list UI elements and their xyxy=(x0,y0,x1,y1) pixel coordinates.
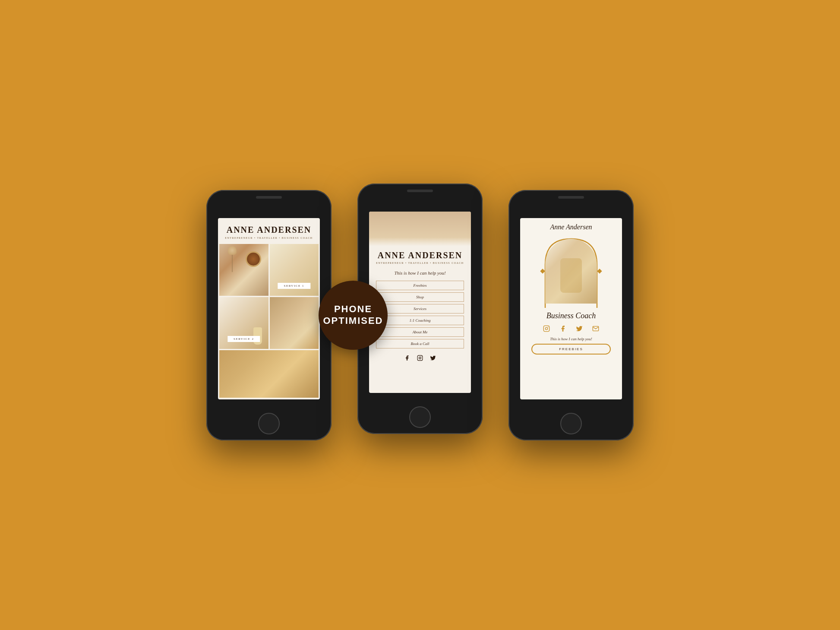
phone-left: ANNE ANDERSEN ENTREPRENEUR • TRAVELLER •… xyxy=(206,190,332,440)
diamond-right xyxy=(597,269,602,273)
scene: ANNE ANDERSEN ENTREPRENEUR • TRAVELLER •… xyxy=(206,190,634,440)
phone-right-name: Anne Andersen xyxy=(527,223,615,231)
facebook-icon xyxy=(404,355,411,361)
service-1-image xyxy=(219,244,268,296)
phone-right-social xyxy=(527,324,615,333)
email-icon-right xyxy=(591,324,600,333)
service-2-image: SERVICE 2 xyxy=(219,297,268,349)
phone-right-screen: Anne Andersen xyxy=(520,218,622,399)
service-2-label: SERVICE 2 xyxy=(227,336,260,342)
phone-left-header: ANNE ANDERSEN ENTREPRENEUR • TRAVELLER •… xyxy=(218,218,320,243)
badge-line2: OPTIMISED xyxy=(323,315,383,326)
svg-point-1 xyxy=(419,357,421,359)
svg-point-2 xyxy=(421,356,422,357)
services-grid: SERVICE 1 SERVICE 2 xyxy=(218,243,320,399)
svg-point-4 xyxy=(545,327,547,329)
phone-center-tagline: This is how I can help you! xyxy=(376,270,464,275)
phone-right: Anne Andersen xyxy=(508,190,634,440)
service-1-label: SERVICE 1 xyxy=(278,283,310,289)
phone-optimised-badge: PHONE OPTIMISED xyxy=(319,281,388,350)
menu-book-call[interactable]: Book a Call xyxy=(376,339,464,348)
coffee-decoration xyxy=(247,253,260,266)
pampas-decoration xyxy=(224,246,241,272)
phone-right-content: Anne Andersen xyxy=(520,218,622,360)
svg-point-5 xyxy=(548,326,549,327)
phone-left-name: ANNE ANDERSEN xyxy=(223,225,315,235)
instagram-icon xyxy=(417,355,423,361)
svg-rect-0 xyxy=(417,355,423,361)
phone-left-screen: ANNE ANDERSEN ENTREPRENEUR • TRAVELLER •… xyxy=(218,218,320,399)
instagram-icon-right xyxy=(542,324,551,333)
phone-center-subtitle: ENTREPRENEUR • TRAVELLER • BUSINESS COAC… xyxy=(376,262,464,264)
phone-center-name: ANNE ANDERSEN xyxy=(376,250,464,260)
menu-services[interactable]: Services xyxy=(376,304,464,313)
phone-center-top-image xyxy=(369,212,471,246)
phone-right-title: Business Coach xyxy=(527,311,615,320)
menu-shop[interactable]: Shop xyxy=(376,292,464,302)
service-1-label-cell: SERVICE 1 xyxy=(270,244,319,296)
twitter-icon xyxy=(429,355,436,361)
twitter-icon-right xyxy=(575,324,584,333)
menu-about[interactable]: About Me xyxy=(376,327,464,337)
phone-center-social xyxy=(369,355,471,365)
diamond-decorations xyxy=(541,269,601,273)
phone-right-tagline: This is how I can help you! xyxy=(527,337,615,341)
menu-coaching[interactable]: 1:1 Coaching xyxy=(376,316,464,325)
svg-rect-3 xyxy=(543,326,549,331)
arch-container xyxy=(541,234,601,308)
diamond-left xyxy=(540,269,545,273)
phone-center-header: ANNE ANDERSEN ENTREPRENEUR • TRAVELLER •… xyxy=(369,246,471,267)
phone-left-subtitle: ENTREPRENEUR • TRAVELLER • BUSINESS COAC… xyxy=(223,237,315,239)
freebies-button[interactable]: FREEBIES xyxy=(531,344,611,355)
menu-freebies[interactable]: Freebies xyxy=(376,281,464,290)
facebook-icon-right xyxy=(558,324,568,333)
service-2-side xyxy=(270,297,319,349)
service-bottom xyxy=(219,350,319,398)
badge-line1: PHONE xyxy=(334,304,372,315)
